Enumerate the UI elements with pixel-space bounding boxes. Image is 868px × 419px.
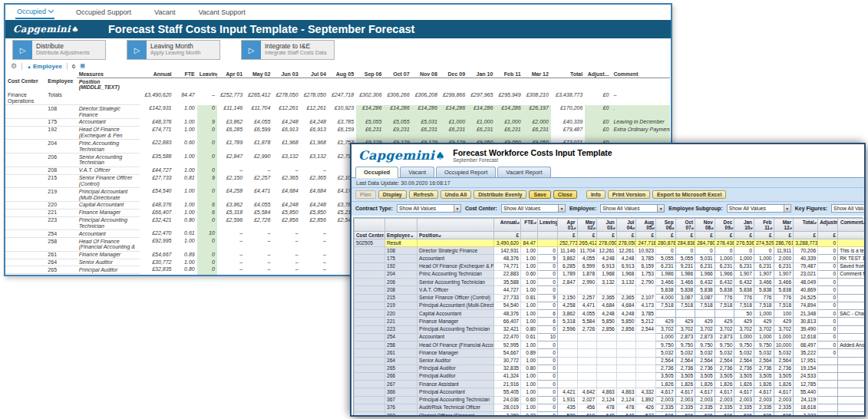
cell[interactable]: £1,000 <box>440 118 467 126</box>
tab-occupied[interactable]: Occupied <box>355 167 398 178</box>
filter-select-employee-subgroup[interactable]: Show All Values▼ <box>727 204 791 213</box>
save-button[interactable]: Save <box>529 190 550 199</box>
cell[interactable]: 9,750 <box>655 341 675 349</box>
cell[interactable]: 6 <box>197 209 217 216</box>
cell[interactable]: 2,736 <box>754 365 774 372</box>
cell[interactable]: 0 <box>818 341 838 349</box>
cell[interactable]: 3,702 <box>734 325 754 333</box>
cell[interactable]: 1,826 <box>695 381 715 388</box>
filter-select-employee[interactable]: Show All Values▼ <box>600 204 665 213</box>
column-header-mar-12[interactable]: Mar12▴▾ <box>774 219 794 232</box>
cell[interactable]: This is a tes <box>838 247 866 255</box>
cell[interactable]: 2,003 <box>655 396 675 404</box>
column-header-total[interactable]: Total▴▾ <box>794 219 818 232</box>
cell[interactable]: 6,231 <box>695 262 715 270</box>
cell[interactable]: 0 <box>715 247 734 255</box>
cell[interactable]: 1,826 <box>734 381 754 388</box>
cell[interactable]: 5,032 <box>754 349 774 357</box>
cell[interactable] <box>838 372 866 380</box>
cell[interactable]: £2,000 <box>523 118 551 126</box>
cell[interactable]: 5,031 <box>695 255 715 262</box>
cell[interactable]: Extra Ordinary Payment in October <box>611 126 670 140</box>
cell[interactable]: 3,702 <box>675 325 695 333</box>
cell[interactable]: RK TEST 1 <box>838 255 866 262</box>
cell[interactable]: 5,838 <box>774 286 794 294</box>
cell[interactable]: 10 <box>538 333 558 341</box>
cell[interactable]: 3,702 <box>715 325 734 333</box>
tab-vacant-support[interactable]: Vacant Support <box>196 6 246 18</box>
column-header-oct-07[interactable]: Oct07▴▾ <box>675 219 695 232</box>
cell[interactable]: 2,003 <box>754 396 774 404</box>
cell[interactable]: 6,432 <box>715 279 734 286</box>
cell[interactable]: 5,032 <box>715 349 734 357</box>
cell[interactable]: 7,518 <box>655 302 675 309</box>
cell[interactable] <box>715 310 734 318</box>
cell[interactable]: 1,966 <box>695 270 715 278</box>
cell[interactable]: 4,617 <box>754 388 774 396</box>
cell[interactable]: 606 <box>695 412 715 417</box>
column-header-aug-05[interactable]: Aug05▴▾ <box>636 219 656 232</box>
cell[interactable]: £0 <box>585 105 611 119</box>
cell[interactable]: 0 <box>197 167 217 174</box>
cell[interactable]: 0 <box>197 188 217 202</box>
cell[interactable]: 3,702 <box>695 325 715 333</box>
export-to-microsoft-excel-button[interactable]: Export to Microsoft Excel <box>652 190 726 199</box>
cell[interactable]: 0 <box>818 255 838 262</box>
cell[interactable]: 1,000 <box>655 333 675 341</box>
cell[interactable]: 0 <box>197 153 217 167</box>
cell[interactable]: 2,003 <box>715 396 734 404</box>
cell[interactable]: 0 <box>538 279 558 286</box>
cell[interactable]: 0 <box>538 388 558 396</box>
cell[interactable]: 4,617 <box>715 388 734 396</box>
cell[interactable]: 0 <box>818 302 838 309</box>
cell[interactable]: 0 <box>197 126 217 140</box>
column-header-jul-04[interactable]: Jul04▴▾ <box>616 219 636 232</box>
cell[interactable]: 2,564 <box>754 357 774 365</box>
cell[interactable]: 2,736 <box>655 365 675 372</box>
cell[interactable]: 3,505 <box>695 372 715 380</box>
cell[interactable]: 0 <box>538 404 558 411</box>
cell[interactable] <box>818 357 838 365</box>
cell[interactable]: 2,873 <box>675 333 695 341</box>
cell[interactable]: 7,518 <box>754 302 774 309</box>
cell[interactable]: 0 <box>818 333 838 341</box>
cell[interactable]: 3,702 <box>774 325 794 333</box>
cell[interactable]: 0 <box>538 325 558 333</box>
cell[interactable]: 0 <box>538 412 558 417</box>
cell[interactable]: 429 <box>655 318 675 325</box>
cell[interactable]: 776 <box>734 294 754 302</box>
cell[interactable]: 429 <box>774 318 794 325</box>
column-header-position[interactable]: Position▴▾ <box>417 232 494 239</box>
cell[interactable]: 0 <box>695 247 715 255</box>
filter-select-cost-center[interactable]: Show All Values▼ <box>501 204 566 213</box>
cell[interactable]: £14,286 <box>495 105 523 119</box>
cell[interactable]: 1,826 <box>655 381 675 388</box>
cell[interactable]: 0 <box>818 318 838 325</box>
cell[interactable]: 3,466 <box>655 279 675 286</box>
cell[interactable] <box>838 381 866 388</box>
cell[interactable]: 2,000 <box>774 255 794 262</box>
column-header-comment[interactable]: Comment▴▾ <box>838 219 866 232</box>
cell[interactable]: 50 <box>734 310 754 318</box>
cell[interactable]: 5,032 <box>695 349 715 357</box>
cell[interactable]: 429 <box>734 318 754 325</box>
cell[interactable]: £1,000 <box>495 118 523 126</box>
cell[interactable]: SAC - Chan <box>838 310 866 318</box>
info-button[interactable]: Info <box>586 190 606 199</box>
cell[interactable]: 776 <box>754 294 774 302</box>
cell[interactable]: 6,432 <box>695 279 715 286</box>
cell[interactable]: 2,564 <box>715 357 734 365</box>
tab-occupied[interactable]: Occupied <box>15 5 54 19</box>
cell[interactable]: 0 <box>197 266 217 274</box>
cell[interactable]: 3,466 <box>754 279 774 286</box>
cell[interactable]: 2,335 <box>655 404 675 411</box>
employee-dimension-link[interactable]: ▲Employee <box>27 63 62 70</box>
cell[interactable] <box>838 325 866 333</box>
tab-occupied-report[interactable]: Occupied Report <box>436 167 496 177</box>
cell[interactable]: 9 <box>538 294 558 302</box>
cell[interactable]: 2,335 <box>675 404 695 411</box>
cell[interactable]: 2,736 <box>675 365 695 372</box>
cell[interactable]: 3,505 <box>675 372 695 380</box>
cell[interactable]: 2,003 <box>675 396 695 404</box>
cell[interactable]: £14,286 <box>412 105 440 119</box>
